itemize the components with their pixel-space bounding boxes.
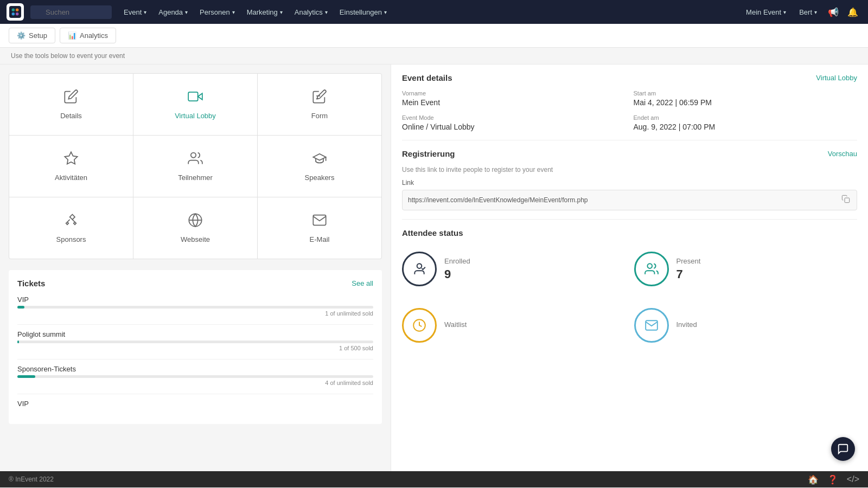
tickets-header: Tickets See all bbox=[17, 279, 373, 288]
nav-bert[interactable]: Bert ▾ bbox=[794, 5, 822, 20]
svg-line-12 bbox=[72, 220, 75, 222]
nav-item-event[interactable]: Event ▾ bbox=[118, 5, 152, 20]
video-icon bbox=[188, 89, 203, 107]
svg-rect-6 bbox=[188, 92, 198, 101]
ticket-name: VIP bbox=[17, 400, 373, 408]
detail-vorname: Vorname Mein Event bbox=[402, 90, 626, 107]
link-label: Link bbox=[402, 179, 857, 187]
chevron-down-icon: ▾ bbox=[232, 9, 235, 15]
event-details-section: Event details Virtual Lobby Vorname Mein… bbox=[402, 73, 857, 140]
status-card-invited: Invited bbox=[634, 301, 858, 349]
tool-card-aktivitaten[interactable]: Aktivitäten bbox=[9, 136, 133, 197]
svg-point-1 bbox=[12, 9, 15, 11]
nav-item-einstellungen[interactable]: Einstellungen ▾ bbox=[334, 5, 392, 20]
preview-link[interactable]: Vorschau bbox=[828, 150, 857, 158]
nav-menu: Event ▾ Agenda ▾ Personen ▾ Marketing ▾ … bbox=[118, 5, 738, 20]
main-content: Details Virtual Lobby bbox=[0, 65, 868, 471]
present-label: Present bbox=[676, 257, 701, 265]
nav-mein-event[interactable]: Mein Event ▾ bbox=[741, 5, 792, 20]
ticket-name: Poliglot summit bbox=[17, 330, 373, 338]
status-card-present: Present 7 bbox=[634, 245, 858, 293]
svg-marker-9 bbox=[65, 152, 77, 164]
virtual-lobby-link[interactable]: Virtual Lobby bbox=[816, 74, 857, 82]
svg-point-3 bbox=[12, 12, 15, 15]
search-wrapper[interactable]: 🔍 bbox=[30, 5, 112, 19]
ticket-name: Sponsoren-Tickets bbox=[17, 365, 373, 373]
ticket-bar bbox=[17, 306, 373, 309]
tickets-section: Tickets See all VIP 1 of unlimited sold … bbox=[9, 270, 382, 424]
home-icon[interactable]: 🏠 bbox=[808, 474, 819, 485]
enrolled-count: 9 bbox=[444, 267, 470, 281]
chevron-down-icon: ▾ bbox=[325, 9, 328, 15]
tool-card-details[interactable]: Details bbox=[9, 74, 133, 135]
nav-item-personen[interactable]: Personen ▾ bbox=[194, 5, 240, 20]
tool-card-sponsors[interactable]: Sponsors bbox=[9, 197, 133, 259]
ticket-name: VIP bbox=[17, 296, 373, 304]
top-navigation: 🔍 Event ▾ Agenda ▾ Personen ▾ Marketing … bbox=[0, 0, 868, 24]
footer-copyright: ® InEvent 2022 bbox=[9, 476, 54, 483]
ticket-row: VIP bbox=[17, 400, 373, 408]
status-card-enrolled: Enrolled 9 bbox=[402, 245, 626, 293]
event-details-grid: Vorname Mein Event Start am Mai 4, 2022 … bbox=[402, 90, 857, 131]
ticket-sold-count: 1 of 500 sold bbox=[17, 345, 373, 351]
analytics-icon: 📊 bbox=[68, 31, 76, 40]
detail-end: Endet am Aug. 9, 2022 | 07:00 PM bbox=[634, 114, 858, 131]
mail-icon bbox=[312, 213, 327, 231]
setup-button[interactable]: ⚙️ Setup bbox=[9, 28, 55, 43]
copy-link-button[interactable] bbox=[840, 195, 851, 206]
attendee-status-title: Attendee status bbox=[402, 228, 463, 237]
event-details-header: Event details Virtual Lobby bbox=[402, 73, 857, 82]
nav-item-analytics[interactable]: Analytics ▾ bbox=[289, 5, 333, 20]
svg-rect-15 bbox=[845, 198, 850, 203]
helper-text-bar: Use the tools below to event your event bbox=[0, 48, 868, 65]
tool-card-virtual-lobby[interactable]: Virtual Lobby bbox=[133, 74, 257, 135]
tickets-title: Tickets bbox=[17, 279, 45, 288]
tool-card-email[interactable]: E-Mail bbox=[258, 197, 381, 259]
graduation-icon bbox=[312, 151, 327, 169]
analytics-button[interactable]: 📊 Analytics bbox=[60, 28, 116, 43]
registration-title: Registrierung bbox=[402, 149, 455, 158]
enrolled-label: Enrolled bbox=[444, 257, 470, 265]
present-circle bbox=[634, 252, 669, 286]
tool-card-teilnehmer[interactable]: Teilnehmer bbox=[133, 136, 257, 197]
footer-icons: 🏠 ❓ </> bbox=[808, 474, 859, 485]
app-logo[interactable] bbox=[7, 3, 24, 21]
see-all-link[interactable]: See all bbox=[352, 279, 373, 287]
svg-point-10 bbox=[191, 153, 196, 158]
event-details-title: Event details bbox=[402, 73, 452, 82]
waitlist-circle bbox=[402, 308, 437, 343]
ticket-bar-fill bbox=[17, 306, 24, 309]
code-icon[interactable]: </> bbox=[847, 474, 859, 485]
tool-card-webseite[interactable]: Webseite bbox=[133, 197, 257, 259]
handshake-icon bbox=[63, 213, 79, 231]
waitlist-label: Waitlist bbox=[444, 320, 467, 329]
tool-card-speakers[interactable]: Speakers bbox=[258, 136, 381, 197]
chat-bubble-button[interactable] bbox=[831, 437, 855, 461]
svg-marker-5 bbox=[198, 93, 202, 100]
ticket-sold-count: 4 of unlimited sold bbox=[17, 380, 373, 386]
sub-navigation: ⚙️ Setup 📊 Analytics bbox=[0, 24, 868, 48]
status-grid: Enrolled 9 Present bbox=[402, 245, 857, 349]
search-input[interactable] bbox=[30, 5, 112, 19]
svg-line-11 bbox=[67, 220, 70, 222]
nav-item-marketing[interactable]: Marketing ▾ bbox=[241, 5, 288, 20]
registration-description: Use this link to invite people to regist… bbox=[402, 166, 857, 174]
svg-point-16 bbox=[417, 264, 422, 268]
help-icon[interactable]: ❓ bbox=[827, 474, 838, 485]
globe-icon bbox=[188, 213, 203, 231]
nav-item-agenda[interactable]: Agenda ▾ bbox=[153, 5, 193, 20]
ticket-sold-count: 1 of unlimited sold bbox=[17, 310, 373, 317]
chevron-down-icon: ▾ bbox=[814, 9, 817, 15]
megaphone-icon[interactable]: 📢 bbox=[825, 3, 842, 21]
present-count: 7 bbox=[676, 267, 701, 281]
left-panel: Details Virtual Lobby bbox=[0, 65, 391, 471]
chevron-down-icon: ▾ bbox=[144, 9, 146, 15]
detail-mode: Event Mode Online / Virtual Lobby bbox=[402, 114, 626, 131]
ticket-bar bbox=[17, 375, 373, 378]
star-icon bbox=[63, 151, 79, 169]
invited-circle bbox=[634, 308, 669, 343]
form-icon bbox=[312, 89, 327, 107]
bell-icon[interactable]: 🔔 bbox=[844, 3, 861, 21]
tool-card-form[interactable]: Form bbox=[258, 74, 381, 135]
ticket-row: VIP 1 of unlimited sold bbox=[17, 296, 373, 317]
